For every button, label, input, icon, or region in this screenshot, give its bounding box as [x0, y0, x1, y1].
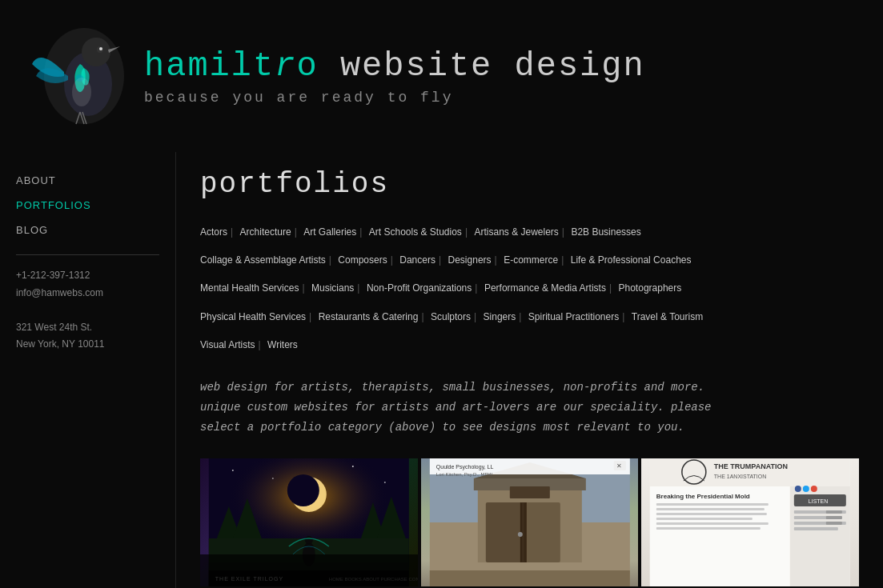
svg-rect-31 — [524, 502, 560, 562]
sidebar-address1: 321 West 24th St. — [16, 319, 159, 337]
svg-text:THE EXILE TRILOGY: THE EXILE TRILOGY — [215, 576, 283, 582]
logo-image — [24, 16, 128, 136]
svg-rect-49 — [656, 508, 765, 510]
svg-point-33 — [517, 532, 522, 537]
nav-physical-health[interactable]: Physical Health Services — [200, 311, 306, 322]
nav-writers[interactable]: Writers — [267, 339, 298, 350]
nav-nonprofits[interactable]: Non-Profit Organizations — [367, 282, 472, 294]
svg-rect-22 — [209, 570, 409, 586]
portfolio-item-3[interactable]: THE TRUMPANATION THE 1ANXISTATION Breaki… — [641, 458, 859, 586]
svg-rect-19 — [209, 562, 409, 586]
svg-rect-63 — [794, 527, 838, 530]
svg-rect-48 — [656, 503, 769, 506]
svg-rect-50 — [656, 513, 767, 515]
nav-travel[interactable]: Travel & Tourism — [632, 311, 703, 322]
svg-text:Lori Kitchen, Psy.D., MPW: Lori Kitchen, Psy.D., MPW — [435, 472, 492, 477]
svg-rect-65 — [826, 516, 842, 519]
nav-singers[interactable]: Singers — [484, 311, 516, 322]
nav-musicians[interactable]: Musicians — [311, 282, 354, 294]
nav-sculptors[interactable]: Sculptors — [431, 311, 471, 322]
nav-collage[interactable]: Collage & Assemblage Artists — [200, 254, 326, 266]
svg-rect-66 — [826, 522, 842, 525]
brand-name-r: r — [275, 47, 296, 86]
sidebar-item-portfolios[interactable]: PORTFOLIOS — [16, 193, 159, 218]
desc-line1: web design for artists, therapists, smal… — [200, 378, 859, 398]
brand-name: hamiltro website design — [144, 47, 645, 86]
nav-dancers[interactable]: Dancers — [399, 254, 435, 266]
portfolio-item-2[interactable]: Quulde Psychology, LL Lori Kitchen, Psy.… — [421, 458, 639, 586]
svg-point-59 — [811, 486, 817, 492]
brand-text: hamiltro website design because you are … — [144, 47, 645, 106]
svg-rect-51 — [656, 518, 753, 520]
nav-performance[interactable]: Performance & Media Artists — [484, 282, 606, 294]
nav-artisans[interactable]: Artisans & Jewelers — [474, 226, 558, 238]
header: hamiltro website design because you are … — [0, 0, 883, 152]
portfolio-nav: Actors| Architecture| Art Galleries| Art… — [200, 217, 859, 358]
brand-name-accent: hamilt — [144, 47, 275, 86]
nav-art-schools[interactable]: Art Schools & Studios — [369, 226, 462, 238]
sidebar-nav: ABOUT PORTFOLIOS BLOG — [16, 168, 159, 242]
nav-life-coaches[interactable]: Life & Professional Coaches — [571, 254, 692, 266]
nav-designers[interactable]: Designers — [448, 254, 492, 266]
svg-rect-52 — [656, 522, 769, 525]
nav-art-galleries[interactable]: Art Galleries — [303, 226, 356, 238]
svg-point-4 — [99, 47, 102, 50]
svg-point-57 — [795, 486, 801, 492]
portfolio-item-1[interactable]: THE EXILE TRILOGY HOME BOOKS ABOUT PURCH… — [200, 458, 418, 586]
nav-architecture[interactable]: Architecture — [240, 226, 291, 238]
main-content: portfolios Actors| Architecture| Art Gal… — [176, 152, 883, 588]
nav-restaurants[interactable]: Restaurants & Catering — [319, 311, 419, 322]
brand-name-o: o — [296, 47, 318, 86]
description: web design for artists, therapists, smal… — [200, 378, 859, 438]
nav-spiritual[interactable]: Spiritual Practitioners — [528, 311, 619, 322]
nav-mental-health[interactable]: Mental Health Services — [200, 282, 299, 294]
nav-ecommerce[interactable]: E-commerce — [504, 254, 558, 266]
sidebar-item-about[interactable]: ABOUT — [16, 168, 159, 193]
svg-text:THE 1ANXISTATION: THE 1ANXISTATION — [714, 474, 766, 479]
desc-line2: unique custom websites for artists and a… — [200, 398, 859, 418]
svg-text:HOME  BOOKS  ABOUT  PURCHASE  : HOME BOOKS ABOUT PURCHASE CONTACT — [329, 577, 418, 582]
sidebar-contact: +1-212-397-1312 info@hamwebs.com 321 Wes… — [16, 267, 159, 354]
svg-point-13 — [287, 474, 319, 506]
svg-text:✕: ✕ — [616, 462, 621, 470]
svg-point-8 — [232, 470, 234, 471]
svg-point-21 — [305, 536, 313, 544]
svg-rect-64 — [826, 510, 842, 514]
svg-rect-35 — [429, 570, 629, 586]
svg-text:THE TRUMPANATION: THE TRUMPANATION — [714, 462, 788, 470]
svg-rect-34 — [509, 486, 549, 498]
svg-point-10 — [352, 466, 354, 467]
sidebar-address2: New York, NY 10011 — [16, 336, 159, 354]
svg-rect-46 — [650, 486, 790, 586]
svg-point-11 — [384, 482, 386, 483]
nav-visual-artists[interactable]: Visual Artists — [200, 339, 255, 350]
nav-composers[interactable]: Composers — [338, 254, 387, 266]
svg-point-5 — [72, 78, 91, 106]
svg-text:LISTEN: LISTEN — [809, 498, 829, 504]
nav-actors[interactable]: Actors — [200, 226, 227, 238]
nav-b2b[interactable]: B2B Businesses — [571, 226, 640, 238]
sidebar-divider — [16, 254, 159, 255]
sidebar-item-blog[interactable]: BLOG — [16, 218, 159, 242]
layout: ABOUT PORTFOLIOS BLOG +1-212-397-1312 in… — [0, 152, 883, 588]
svg-point-58 — [803, 486, 809, 492]
sidebar-phone: +1-212-397-1312 — [16, 267, 159, 285]
sidebar-email: info@hamwebs.com — [16, 285, 159, 302]
sidebar: ABOUT PORTFOLIOS BLOG +1-212-397-1312 in… — [0, 152, 176, 588]
svg-text:Quulde Psychology, LL: Quulde Psychology, LL — [435, 464, 493, 470]
svg-rect-53 — [656, 527, 761, 530]
svg-point-9 — [272, 478, 274, 479]
svg-point-2 — [82, 38, 110, 66]
svg-text:Breaking the Presidential Mold: Breaking the Presidential Mold — [656, 493, 750, 500]
brand-name-suffix: website design — [319, 47, 645, 86]
portfolio-grid: THE EXILE TRILOGY HOME BOOKS ABOUT PURCH… — [200, 458, 859, 589]
nav-photographers[interactable]: Photographers — [619, 282, 682, 294]
desc-line3: select a portfolio category (above) to s… — [200, 418, 859, 438]
page-title: portfolios — [200, 168, 859, 201]
brand-tagline: because you are ready to fly — [144, 90, 645, 106]
svg-rect-30 — [485, 502, 521, 562]
